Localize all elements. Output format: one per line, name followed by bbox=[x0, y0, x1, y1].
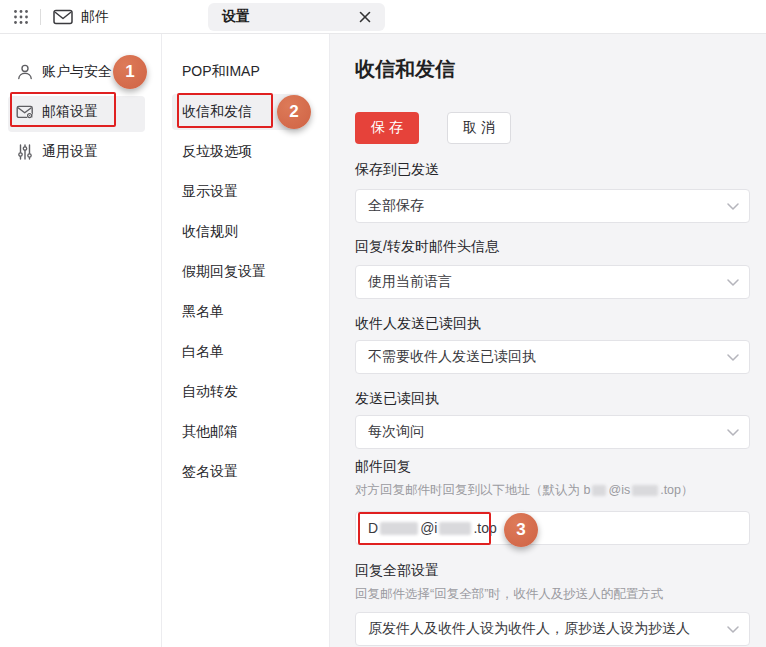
chevron-down-icon bbox=[727, 429, 739, 437]
field-label-mail-reply: 邮件回复 bbox=[355, 458, 411, 476]
sidebar-item-general-settings[interactable]: 通用设置 bbox=[0, 132, 161, 172]
reply-address-input[interactable]: D@i.top bbox=[355, 511, 750, 545]
hint-text: @is bbox=[608, 483, 630, 497]
redacted-text bbox=[592, 485, 606, 496]
mail-settings-icon bbox=[16, 103, 34, 121]
menu-item-other-mailboxes[interactable]: 其他邮箱 bbox=[182, 412, 238, 452]
mail-app-button[interactable]: 邮件 bbox=[53, 8, 109, 26]
envelope-icon bbox=[53, 9, 73, 25]
menu-item-vacation-reply[interactable]: 假期回复设置 bbox=[182, 252, 266, 292]
input-value-text: @i bbox=[420, 520, 437, 536]
sidebar-item-mailbox-settings[interactable]: 邮箱设置 bbox=[0, 92, 161, 132]
menu-item-signature[interactable]: 签名设置 bbox=[182, 452, 238, 492]
select-reply-all[interactable]: 原发件人及收件人设为收件人，原抄送人设为抄送人 bbox=[355, 612, 750, 646]
select-value: 不需要收件人发送已读回执 bbox=[368, 348, 536, 366]
input-value-text: .top bbox=[473, 520, 496, 536]
menu-item-blacklist[interactable]: 黑名单 bbox=[182, 292, 224, 332]
field-label-reply-all: 回复全部设置 bbox=[355, 562, 439, 580]
person-icon bbox=[16, 63, 34, 81]
save-button[interactable]: 保存 bbox=[355, 112, 419, 144]
close-icon[interactable] bbox=[357, 9, 373, 25]
tab-settings[interactable]: 设置 bbox=[208, 3, 385, 31]
chevron-down-icon bbox=[727, 203, 739, 211]
input-value-text: D bbox=[368, 520, 378, 536]
select-value: 使用当前语言 bbox=[368, 273, 452, 291]
menu-item-pop-imap[interactable]: POP和IMAP bbox=[182, 52, 260, 92]
settings-menu: POP和IMAP 收信和发信 反垃圾选项 显示设置 收信规则 假期回复设置 黑名… bbox=[162, 34, 330, 647]
sidebar-item-label: 通用设置 bbox=[42, 143, 98, 161]
sidebar-item-label: 邮箱设置 bbox=[42, 103, 98, 121]
select-send-receipt[interactable]: 每次询问 bbox=[355, 415, 750, 449]
select-recipient-receipt[interactable]: 不需要收件人发送已读回执 bbox=[355, 340, 750, 374]
cancel-button[interactable]: 取消 bbox=[447, 112, 511, 144]
select-value: 全部保存 bbox=[368, 197, 424, 215]
menu-item-send-receive[interactable]: 收信和发信 bbox=[182, 92, 252, 132]
page-title: 收信和发信 bbox=[355, 56, 455, 83]
hint-text: 对方回复邮件时回复到以下地址（默认为 b bbox=[355, 483, 590, 497]
redacted-text bbox=[380, 522, 418, 535]
menu-item-display[interactable]: 显示设置 bbox=[182, 172, 238, 212]
grid-icon bbox=[13, 9, 29, 25]
field-label-save-to-sent: 保存到已发送 bbox=[355, 161, 439, 179]
chevron-down-icon bbox=[727, 626, 739, 634]
redacted-text bbox=[632, 485, 658, 496]
sidebar-item-account-security[interactable]: 账户与安全 bbox=[0, 52, 161, 92]
topbar-divider bbox=[40, 9, 41, 25]
select-save-to-sent[interactable]: 全部保存 bbox=[355, 189, 750, 223]
tab-label: 设置 bbox=[222, 8, 250, 26]
hint-text: .top） bbox=[660, 483, 693, 497]
mail-reply-hint: 对方回复邮件时回复到以下地址（默认为 b@is.top） bbox=[355, 482, 694, 499]
select-value: 原发件人及收件人设为收件人，原抄送人设为抄送人 bbox=[368, 620, 690, 638]
chevron-down-icon bbox=[727, 279, 739, 287]
sliders-icon bbox=[16, 143, 34, 161]
mail-settings-page: 邮件 设置 账户与安全 bbox=[0, 0, 766, 647]
sidebar-item-label: 账户与安全 bbox=[42, 63, 112, 81]
main-panel: 收信和发信 保存 取消 保存到已发送 全部保存 回复/转发时邮件头信息 使用当前… bbox=[330, 34, 766, 647]
menu-item-whitelist[interactable]: 白名单 bbox=[182, 332, 224, 372]
menu-item-auto-forward[interactable]: 自动转发 bbox=[182, 372, 238, 412]
primary-sidebar: 账户与安全 邮箱设置 bbox=[0, 34, 162, 647]
select-reply-header[interactable]: 使用当前语言 bbox=[355, 265, 750, 299]
chevron-down-icon bbox=[727, 354, 739, 362]
redacted-text bbox=[439, 522, 471, 535]
field-label-reply-header: 回复/转发时邮件头信息 bbox=[355, 238, 499, 256]
app-launcher-grid-icon[interactable] bbox=[12, 8, 30, 26]
topbar: 邮件 设置 bbox=[0, 0, 766, 34]
app-label: 邮件 bbox=[81, 8, 109, 26]
menu-item-antispam[interactable]: 反垃圾选项 bbox=[182, 132, 252, 172]
field-label-recipient-receipt: 收件人发送已读回执 bbox=[355, 315, 481, 333]
menu-item-receive-rules[interactable]: 收信规则 bbox=[182, 212, 238, 252]
select-value: 每次询问 bbox=[368, 423, 424, 441]
reply-all-hint: 回复邮件选择“回复全部”时，收件人及抄送人的配置方式 bbox=[355, 586, 663, 603]
field-label-send-receipt: 发送已读回执 bbox=[355, 390, 439, 408]
